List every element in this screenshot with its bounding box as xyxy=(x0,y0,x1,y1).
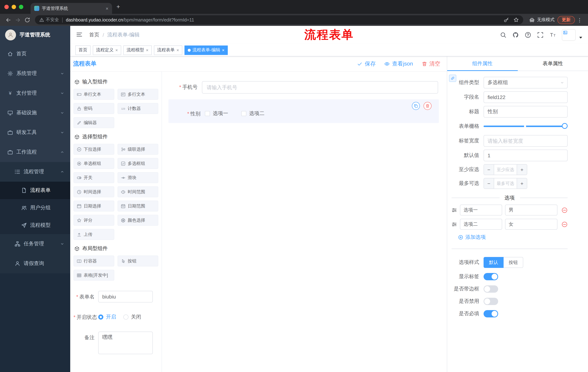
drag-handle-icon[interactable] xyxy=(452,222,457,227)
tag-close-icon[interactable] xyxy=(146,47,148,53)
gender-option-2-checkbox[interactable]: 选项二 xyxy=(241,110,264,117)
tag-process-form[interactable]: 流程表单 xyxy=(154,45,182,55)
security-chip[interactable]: 不安全 xyxy=(39,17,59,23)
lib-item-switch[interactable]: 开关 xyxy=(74,172,114,183)
style-button-button[interactable]: 按钮 xyxy=(504,257,523,268)
increment-button[interactable] xyxy=(517,178,527,189)
lib-item-table[interactable]: 表格[开发中] xyxy=(74,270,114,281)
sidebar-item-devtools[interactable]: 研发工具 xyxy=(0,123,70,142)
sidebar-collapse-icon[interactable] xyxy=(76,31,83,39)
tag-process-definition[interactable]: 流程定义 xyxy=(93,45,121,55)
decrement-button[interactable] xyxy=(484,178,494,189)
max-select-input[interactable] xyxy=(494,178,517,189)
field-name-input[interactable] xyxy=(483,91,568,103)
lib-item-row-container[interactable]: 行容器 xyxy=(74,255,114,266)
grid-slider[interactable] xyxy=(483,120,568,132)
save-button[interactable]: 保存 xyxy=(357,60,376,67)
add-option-button[interactable]: 添加选项 xyxy=(458,234,568,241)
tag-close-icon[interactable] xyxy=(222,47,224,53)
minimize-window-button[interactable] xyxy=(12,5,16,9)
border-toggle[interactable] xyxy=(483,285,498,293)
label-width-input[interactable] xyxy=(483,135,568,147)
github-icon[interactable] xyxy=(512,32,519,38)
show-label-toggle[interactable] xyxy=(483,273,498,280)
lib-item-time-range[interactable]: 时间范围 xyxy=(117,186,158,197)
form-name-input[interactable] xyxy=(98,291,153,302)
sidebar-item-leave-query[interactable]: 请假查询 xyxy=(0,254,70,273)
default-value-input[interactable] xyxy=(483,149,568,161)
tab-form-props[interactable]: 表单属性 xyxy=(518,56,588,71)
lib-item-counter[interactable]: 计数器 xyxy=(117,103,158,114)
min-select-input[interactable] xyxy=(494,165,517,175)
sidebar-item-task-management[interactable]: 任务管理 xyxy=(0,234,70,254)
tab-close-icon[interactable] xyxy=(106,6,108,11)
sidebar-item-process-form[interactable]: 流程表单 xyxy=(0,182,70,199)
search-icon[interactable] xyxy=(500,32,506,38)
lib-item-slider[interactable]: 滑块 xyxy=(117,172,158,183)
lib-item-editor[interactable]: 编辑器 xyxy=(74,117,114,128)
lib-item-time-picker[interactable]: 时间选择 xyxy=(74,186,114,197)
lib-item-cascader[interactable]: 级联选择 xyxy=(117,144,158,155)
tab-component-props[interactable]: 组件属性 xyxy=(447,56,518,71)
sidebar-item-dashboard[interactable]: 首页 xyxy=(0,44,70,64)
phone-field-row[interactable]: 手机号 xyxy=(166,81,442,94)
increment-button[interactable] xyxy=(517,165,527,175)
lib-item-checkbox-group[interactable]: 多选框组 xyxy=(117,158,158,169)
tag-close-icon[interactable] xyxy=(115,47,118,53)
tag-process-form-edit[interactable]: 流程表单-编辑 xyxy=(184,45,228,55)
clear-button[interactable]: 清空 xyxy=(422,60,440,67)
lib-item-button[interactable]: 按钮 xyxy=(117,255,158,266)
delete-widget-button[interactable] xyxy=(423,102,431,110)
lib-item-radio-group[interactable]: 单选框组 xyxy=(74,158,114,169)
fullscreen-icon[interactable] xyxy=(537,32,544,38)
font-size-icon[interactable] xyxy=(549,32,556,38)
password-key-icon[interactable] xyxy=(504,17,509,22)
back-button[interactable] xyxy=(4,15,13,25)
avatar[interactable] xyxy=(562,29,576,41)
form-remark-textarea[interactable]: 嘿嘿 xyxy=(98,332,153,354)
sidebar-item-payment[interactable]: 支付管理 xyxy=(0,83,70,103)
component-type-select[interactable] xyxy=(483,77,568,88)
status-on-radio[interactable]: 开启 xyxy=(98,314,116,320)
close-window-button[interactable] xyxy=(4,5,9,9)
zoom-window-button[interactable] xyxy=(19,5,23,9)
phone-input[interactable] xyxy=(202,81,438,94)
decrement-button[interactable] xyxy=(484,165,494,175)
remove-option-icon[interactable] xyxy=(561,207,568,213)
lib-item-select[interactable]: 下拉选择 xyxy=(74,144,114,155)
sidebar-item-infrastructure[interactable]: 基础设施 xyxy=(0,103,70,123)
sidebar-item-process-management[interactable]: 流程管理 xyxy=(0,162,70,182)
disabled-toggle[interactable] xyxy=(483,298,498,305)
breadcrumb-home[interactable]: 首页 xyxy=(89,32,99,38)
title-input[interactable] xyxy=(483,106,568,117)
drag-handle-icon[interactable] xyxy=(452,207,457,213)
link-icon[interactable] xyxy=(449,74,456,82)
remove-option-icon[interactable] xyxy=(561,221,568,227)
lib-item-upload[interactable]: 上传 xyxy=(74,229,114,240)
selected-widget-gender[interactable]: 性别 选项一 选项二 xyxy=(168,99,439,123)
lib-item-color-picker[interactable]: 颜色选择 xyxy=(117,215,158,226)
sidebar-item-system[interactable]: 系统管理 xyxy=(0,64,70,83)
component-type-value[interactable] xyxy=(483,77,568,88)
sidebar-item-process-model[interactable]: 流程模型 xyxy=(0,217,70,234)
browser-tab[interactable]: 芋道管理系统 xyxy=(31,3,112,14)
option-1-label-input[interactable] xyxy=(460,205,502,215)
browser-update-button[interactable]: 更新 xyxy=(557,16,575,24)
lib-item-single-text[interactable]: 单行文本 xyxy=(74,89,114,100)
forward-button[interactable] xyxy=(13,15,22,25)
lib-item-date-range[interactable]: 日期范围 xyxy=(117,201,158,212)
reload-button[interactable] xyxy=(22,15,32,25)
tag-process-model[interactable]: 流程模型 xyxy=(123,45,152,55)
option-2-value-input[interactable] xyxy=(505,219,557,230)
status-off-radio[interactable]: 关闭 xyxy=(123,314,141,320)
address-bar[interactable]: 不安全 dashboard.yudao.iocoder.cn/bpm/manag… xyxy=(35,15,523,24)
sidebar-item-user-group[interactable]: 用户分组 xyxy=(0,199,70,217)
gender-option-1-checkbox[interactable]: 选项一 xyxy=(205,110,228,117)
required-toggle[interactable] xyxy=(483,310,498,317)
sidebar-item-workflow[interactable]: 工作流程 xyxy=(0,142,70,162)
lib-item-password[interactable]: 密码 xyxy=(74,103,114,114)
style-default-button[interactable]: 默认 xyxy=(483,257,504,268)
tag-home[interactable]: 首页 xyxy=(75,45,91,55)
avatar-caret-icon[interactable] xyxy=(579,37,582,38)
tag-close-icon[interactable] xyxy=(177,47,179,53)
